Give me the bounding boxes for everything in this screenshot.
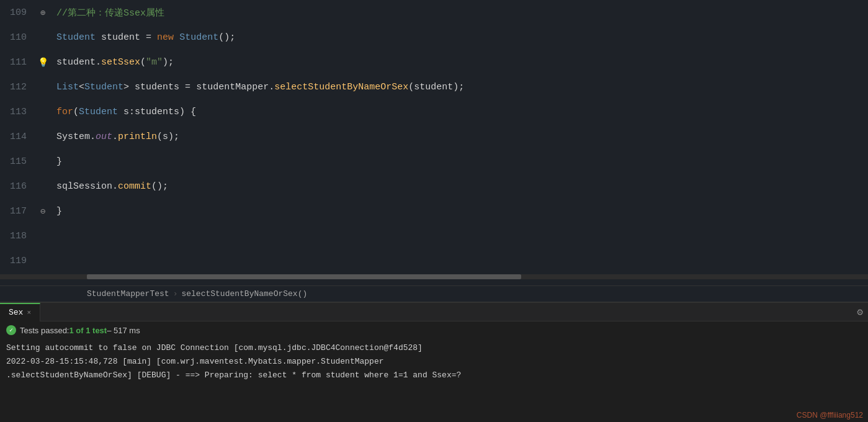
code-line: 112List<Student> students = studentMappe… bbox=[0, 74, 868, 99]
bulb-icon: 💡 bbox=[38, 57, 48, 68]
test-duration: – 517 ms bbox=[107, 326, 140, 335]
console-line: .selectStudentByNameOrSex] [DEBUG] - ==>… bbox=[6, 369, 862, 382]
console-line: 2022-03-28-15:15:48,728 [main] [com.wrj.… bbox=[6, 355, 862, 369]
code-line: 118 bbox=[0, 223, 868, 248]
code-line: 116sqlSession.commit(); bbox=[0, 174, 868, 199]
breadcrumb-method: selectStudentByNameOrSex() bbox=[181, 289, 307, 299]
line-content: sqlSession.commit(); bbox=[51, 181, 868, 192]
expand-icon[interactable]: ⊕ bbox=[40, 7, 45, 18]
line-number: 110 bbox=[0, 32, 34, 43]
line-gutter: ⊖ bbox=[34, 206, 51, 217]
line-content: } bbox=[51, 206, 868, 217]
line-number: 118 bbox=[0, 231, 34, 241]
code-line: 115} bbox=[0, 149, 868, 174]
breadcrumb: StudentMapperTest › selectStudentByNameO… bbox=[0, 285, 868, 302]
code-line: 119 bbox=[0, 248, 868, 273]
watermark: CSDN @fffiiiang512 bbox=[797, 411, 863, 420]
line-content: for(Student s:students) { bbox=[51, 107, 868, 117]
line-number: 112 bbox=[0, 82, 34, 92]
console-line: Setting autocommit to false on JDBC Conn… bbox=[6, 341, 862, 355]
code-line: 117⊖} bbox=[0, 199, 868, 223]
horizontal-scrollbar[interactable] bbox=[0, 274, 868, 279]
breadcrumb-separator: › bbox=[173, 289, 178, 299]
line-content: List<Student> students = studentMapper.s… bbox=[51, 82, 868, 92]
test-pass-icon bbox=[6, 325, 16, 335]
code-line: 110Student student = new Student(); bbox=[0, 25, 868, 50]
code-line: 113for(Student s:students) { bbox=[0, 99, 868, 124]
code-line: 109⊕//第二种：传递Ssex属性 bbox=[0, 0, 868, 25]
tab-sex[interactable]: Sex × bbox=[0, 303, 40, 321]
code-line: 114 System.out.println(s); bbox=[0, 124, 868, 149]
line-content: //第二种：传递Ssex属性 bbox=[51, 7, 868, 19]
line-content: System.out.println(s); bbox=[51, 132, 868, 142]
line-number: 119 bbox=[0, 256, 34, 266]
line-content: student.setSsex("m"); bbox=[51, 57, 868, 68]
line-number: 109 bbox=[0, 7, 34, 18]
breadcrumb-class: StudentMapperTest bbox=[87, 289, 169, 299]
settings-icon[interactable]: ⚙ bbox=[857, 306, 863, 318]
test-count: 1 of 1 test bbox=[69, 326, 107, 335]
code-editor: 109⊕//第二种：传递Ssex属性110Student student = n… bbox=[0, 0, 868, 285]
scrollbar-thumb[interactable] bbox=[87, 274, 521, 279]
line-number: 117 bbox=[0, 206, 34, 217]
code-line: 111💡student.setSsex("m"); bbox=[0, 50, 868, 74]
line-number: 111 bbox=[0, 57, 34, 68]
code-lines: 109⊕//第二种：传递Ssex属性110Student student = n… bbox=[0, 0, 868, 273]
line-content: } bbox=[51, 156, 868, 167]
line-content: Student student = new Student(); bbox=[51, 32, 868, 43]
bottom-panel: Sex × ⚙ Tests passed: 1 of 1 test – 517 … bbox=[0, 302, 868, 416]
tab-sex-label: Sex bbox=[9, 308, 23, 317]
console-output: Setting autocommit to false on JDBC Conn… bbox=[0, 339, 868, 416]
line-gutter: 💡 bbox=[34, 57, 51, 68]
line-number: 114 bbox=[0, 132, 34, 142]
tab-close-button[interactable]: × bbox=[27, 309, 31, 316]
test-status-bar: Tests passed: 1 of 1 test – 517 ms bbox=[0, 321, 868, 339]
line-number: 116 bbox=[0, 181, 34, 192]
bottom-tab-bar: Sex × ⚙ bbox=[0, 303, 868, 321]
line-gutter: ⊕ bbox=[34, 7, 51, 18]
line-number: 113 bbox=[0, 107, 34, 117]
line-number: 115 bbox=[0, 156, 34, 167]
test-passed-label: Tests passed: bbox=[20, 326, 69, 335]
collapse-icon[interactable]: ⊖ bbox=[40, 206, 45, 217]
